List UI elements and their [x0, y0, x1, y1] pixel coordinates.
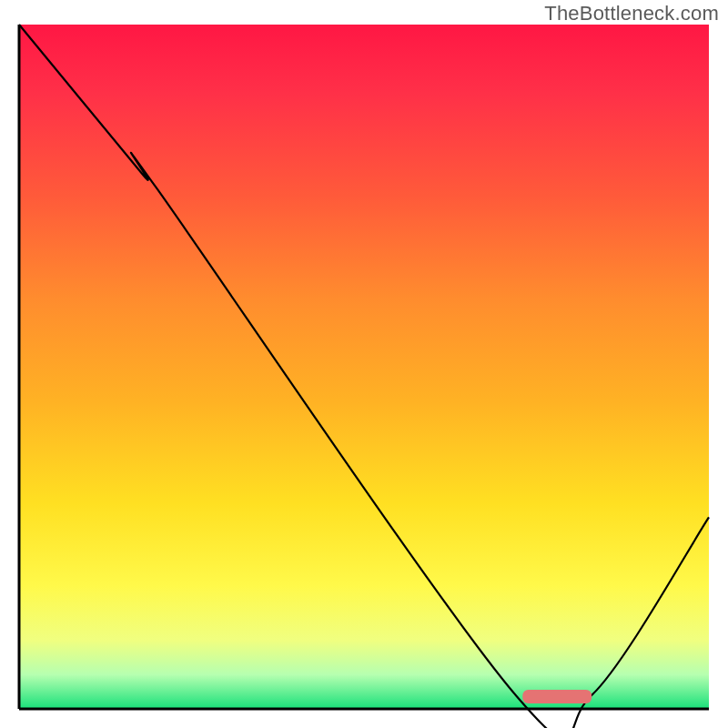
- chart-stage: TheBottleneck.com: [0, 0, 728, 728]
- optimal-marker: [522, 690, 592, 703]
- plot-background: [19, 25, 709, 709]
- bottleneck-chart: [0, 0, 728, 728]
- watermark-text: TheBottleneck.com: [544, 2, 719, 25]
